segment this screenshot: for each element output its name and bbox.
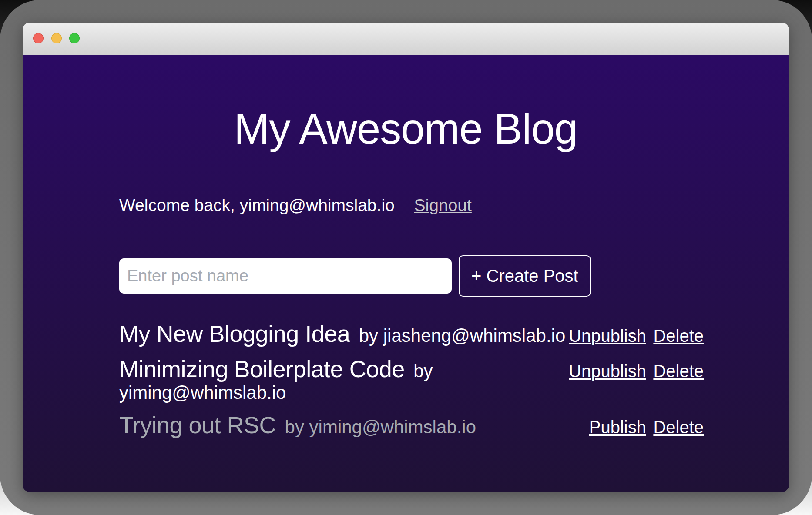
post-byline: by yiming@whimslab.io [285, 417, 476, 437]
post-byline: by jiasheng@whimslab.io [359, 325, 566, 346]
delete-link[interactable]: Delete [653, 361, 704, 381]
post-title: My New Blogging Idea [119, 321, 350, 347]
post-actions: Publish Delete [589, 417, 704, 437]
browser-window: My Awesome Blog Welcome back, yiming@whi… [23, 23, 789, 492]
unpublish-link[interactable]: Unpublish [569, 361, 646, 381]
post-row: Minimizing Boilerplate Code by yiming@wh… [119, 355, 704, 403]
post-name-input[interactable] [119, 258, 452, 294]
unpublish-link[interactable]: Unpublish [569, 326, 646, 345]
page-title: My Awesome Blog [23, 104, 789, 154]
delete-link[interactable]: Delete [653, 418, 704, 437]
post-info: Trying out RSC by yiming@whimslab.io [119, 411, 476, 438]
publish-link[interactable]: Publish [589, 418, 646, 437]
close-window-button[interactable] [33, 33, 44, 43]
window-titlebar[interactable] [23, 23, 789, 55]
blog-page: My Awesome Blog Welcome back, yiming@whi… [23, 55, 789, 492]
post-list: My New Blogging Idea by jiasheng@whimsla… [119, 320, 704, 439]
post-info: Minimizing Boilerplate Code by yiming@wh… [119, 355, 569, 403]
delete-link[interactable]: Delete [653, 326, 704, 345]
welcome-text: Welcome back, yiming@whimslab.io [119, 196, 395, 214]
post-actions: Unpublish Delete [569, 326, 704, 346]
page-container: Welcome back, yiming@whimslab.io Signout… [119, 196, 704, 438]
post-info: My New Blogging Idea by jiasheng@whimsla… [119, 320, 565, 347]
post-row: My New Blogging Idea by jiasheng@whimsla… [119, 320, 704, 347]
post-actions: Unpublish Delete [569, 361, 704, 381]
post-title: Minimizing Boilerplate Code [119, 356, 405, 382]
post-title: Trying out RSC [119, 412, 276, 438]
welcome-row: Welcome back, yiming@whimslab.io Signout [119, 196, 704, 215]
create-post-button[interactable]: + Create Post [459, 255, 591, 297]
post-row: Trying out RSC by yiming@whimslab.io Pub… [119, 411, 704, 438]
zoom-window-button[interactable] [69, 33, 80, 43]
minimize-window-button[interactable] [51, 33, 62, 43]
create-post-row: + Create Post [119, 255, 704, 297]
signout-link[interactable]: Signout [414, 196, 472, 214]
window-shadow-surround: My Awesome Blog Welcome back, yiming@whi… [0, 0, 812, 515]
